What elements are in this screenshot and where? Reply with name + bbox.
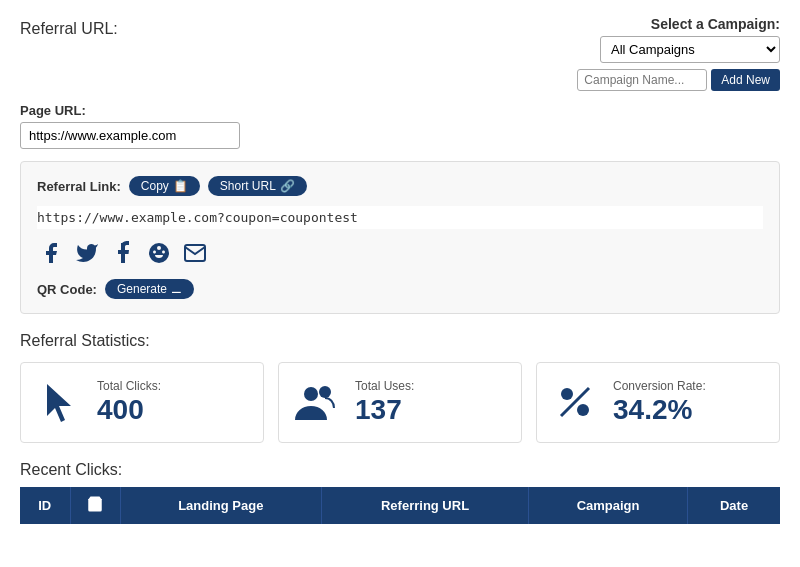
page-url-input[interactable] <box>20 122 240 149</box>
svg-point-1 <box>157 246 161 250</box>
stat-card-conversion: Conversion Rate: 34.2% <box>536 362 780 443</box>
stat-info-clicks: Total Clicks: 400 <box>97 379 161 426</box>
copy-icon: 📋 <box>173 179 188 193</box>
generate-label: Generate <box>117 282 167 296</box>
campaign-label: Select a Campaign: <box>651 16 780 32</box>
link-icon: 🔗 <box>280 179 295 193</box>
campaign-section: Select a Campaign: All Campaigns Add New <box>577 16 780 91</box>
stat-card-clicks: Total Clicks: 400 <box>20 362 264 443</box>
svg-point-4 <box>319 386 331 398</box>
col-cart <box>70 487 120 524</box>
col-date: Date <box>688 487 780 524</box>
col-campaign: Campaign <box>529 487 688 524</box>
referral-url-display: https://www.example.com?coupon=coupontes… <box>37 206 763 229</box>
page-url-label: Page URL: <box>20 103 780 118</box>
qr-row: QR Code: Generate ⚊ <box>37 279 763 299</box>
total-uses-label: Total Uses: <box>355 379 414 393</box>
total-uses-value: 137 <box>355 395 414 426</box>
col-landing-page: Landing Page <box>120 487 322 524</box>
short-url-label: Short URL <box>220 179 276 193</box>
referral-url-title: Referral URL: <box>20 16 118 38</box>
conversion-label: Conversion Rate: <box>613 379 706 393</box>
conversion-value: 34.2% <box>613 395 706 426</box>
short-url-button[interactable]: Short URL 🔗 <box>208 176 307 196</box>
users-icon <box>295 382 339 422</box>
stat-info-uses: Total Uses: 137 <box>355 379 414 426</box>
add-new-button[interactable]: Add New <box>711 69 780 91</box>
cursor-icon <box>37 380 81 424</box>
qr-label: QR Code: <box>37 282 97 297</box>
page-url-section: Page URL: <box>20 103 780 149</box>
generate-button[interactable]: Generate ⚊ <box>105 279 194 299</box>
tumblr-icon[interactable] <box>109 239 137 267</box>
stats-title: Referral Statistics: <box>20 332 780 350</box>
referral-link-label: Referral Link: <box>37 179 121 194</box>
col-referring-url: Referring URL <box>322 487 529 524</box>
referral-link-box: Referral Link: Copy 📋 Short URL 🔗 https:… <box>20 161 780 314</box>
svg-point-3 <box>304 387 318 401</box>
recent-clicks-section: Recent Clicks: ID Landing Page Referring… <box>20 461 780 524</box>
percent-icon <box>553 382 597 422</box>
stat-info-conversion: Conversion Rate: 34.2% <box>613 379 706 426</box>
clicks-table: ID Landing Page Referring URL Campaign D… <box>20 487 780 524</box>
copy-button[interactable]: Copy 📋 <box>129 176 200 196</box>
referral-link-row: Referral Link: Copy 📋 Short URL 🔗 <box>37 176 763 196</box>
campaign-name-input[interactable] <box>577 69 707 91</box>
col-id: ID <box>20 487 70 524</box>
total-clicks-label: Total Clicks: <box>97 379 161 393</box>
copy-button-label: Copy <box>141 179 169 193</box>
email-icon[interactable] <box>181 239 209 267</box>
svg-marker-2 <box>47 384 71 422</box>
stat-card-uses: Total Uses: 137 <box>278 362 522 443</box>
stats-section: Referral Statistics: Total Clicks: 400 <box>20 332 780 443</box>
header-row: Referral URL: Select a Campaign: All Cam… <box>20 16 780 91</box>
stats-grid: Total Clicks: 400 Total Uses: 137 <box>20 362 780 443</box>
facebook-icon[interactable] <box>37 239 65 267</box>
page-container: Referral URL: Select a Campaign: All Cam… <box>0 0 800 540</box>
total-clicks-value: 400 <box>97 395 161 426</box>
table-header-row: ID Landing Page Referring URL Campaign D… <box>20 487 780 524</box>
svg-point-6 <box>577 404 589 416</box>
recent-clicks-title: Recent Clicks: <box>20 461 780 479</box>
qr-icon: ⚊ <box>171 282 182 296</box>
social-icons-row <box>37 239 763 267</box>
reddit-icon[interactable] <box>145 239 173 267</box>
svg-point-5 <box>561 388 573 400</box>
twitter-icon[interactable] <box>73 239 101 267</box>
campaign-select[interactable]: All Campaigns <box>600 36 780 63</box>
campaign-controls: Add New <box>577 69 780 91</box>
